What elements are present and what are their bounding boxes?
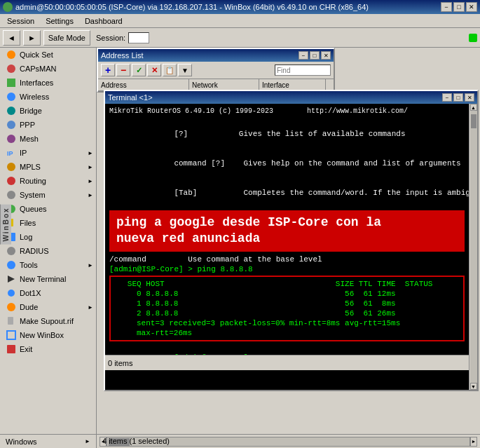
col-address: Address [98, 79, 189, 90]
capsman-icon [6, 63, 17, 74]
sidebar-item-interfaces[interactable]: Interfaces [0, 76, 96, 90]
ping-row-1: 1 8.8.8.8 56 61 8ms [114, 299, 460, 308]
sidebar-item-log[interactable]: Log [0, 230, 96, 244]
svg-point-8 [7, 163, 15, 171]
svg-point-17 [8, 290, 15, 297]
forward-button[interactable]: ► [23, 30, 41, 46]
new-terminal-icon [6, 273, 17, 285]
svg-point-18 [7, 303, 15, 311]
sidebar-item-quick-set[interactable]: Quick Set [0, 48, 96, 62]
terminal-intro: MikroTik RouterOS 6.49.10 (c) 1999-2023 … [109, 107, 465, 116]
back-button[interactable]: ◄ [3, 30, 20, 46]
svg-point-5 [7, 121, 15, 129]
ping-maxrtt: max-rtt=26ms [114, 328, 460, 338]
sidebar-item-queues[interactable]: Queues [0, 202, 96, 216]
menu-session[interactable]: Session [1, 15, 40, 27]
terminal-ping-cmd: [admin@ISP-Core] > ping 8.8.8.8 [109, 264, 465, 274]
mpls-arrow: ► [88, 164, 93, 170]
svg-rect-21 [7, 345, 15, 353]
sidebar-item-ppp[interactable]: PPP [0, 118, 96, 132]
addr-minimize-button[interactable]: − [299, 51, 308, 60]
svg-point-10 [7, 191, 15, 199]
ping-stats: sent=3 received=3 packet-loss=0% min-rtt… [114, 318, 460, 328]
svg-point-9 [7, 177, 15, 185]
new-winbox-icon [6, 330, 17, 341]
session-input[interactable] [128, 32, 149, 43]
interfaces-icon [6, 77, 17, 88]
term-minimize-button[interactable]: − [442, 93, 452, 102]
tools-icon [6, 259, 17, 271]
addr-close-button[interactable]: ✕ [321, 51, 331, 60]
quick-set-icon [6, 49, 17, 60]
scroll-up-button[interactable]: ▲ [470, 104, 477, 111]
tools-arrow: ► [88, 262, 93, 269]
maximize-button[interactable]: □ [453, 2, 465, 12]
toolbar: ◄ ► Safe Mode Session: [0, 28, 480, 48]
terminal-window[interactable]: Terminal <1> − □ ✕ MikroTik RouterOS 6.4… [104, 90, 479, 391]
copy-address-button[interactable]: 📋 [163, 64, 177, 76]
connection-status [469, 34, 477, 42]
minimize-button[interactable]: − [441, 2, 452, 12]
addr-maximize-button[interactable]: □ [310, 51, 320, 60]
sidebar-item-routing[interactable]: Routing ► [0, 174, 96, 188]
exit-icon [6, 344, 17, 355]
items-status-bar: 4 items (1 selected) [97, 434, 480, 448]
sidebar-item-exit[interactable]: Exit [0, 342, 96, 356]
sidebar: Quick Set CAPsMAN Interfaces Wireless [0, 48, 97, 448]
sidebar-item-dude[interactable]: Dude ► [0, 300, 96, 314]
sidebar-item-capsman[interactable]: CAPsMAN [0, 62, 96, 76]
title-bar: admin@50:00:00:05:00:05 (ISP-Core) via 1… [0, 0, 480, 14]
menu-dashboard[interactable]: Dashboard [79, 15, 128, 27]
filter-address-button[interactable]: ▼ [178, 64, 192, 76]
svg-point-15 [7, 261, 15, 269]
announcement-box: ping a google desde ISP-Core con la nuev… [109, 210, 465, 252]
windows-button[interactable]: Windows ► [0, 434, 97, 448]
dot1x-icon [6, 287, 17, 299]
sidebar-item-wireless[interactable]: Wireless [0, 90, 96, 104]
sidebar-item-radius[interactable]: RADIUS [0, 244, 96, 258]
sidebar-item-mpls[interactable]: MPLS ► [0, 160, 96, 174]
svg-point-6 [7, 135, 15, 143]
sidebar-item-files[interactable]: Files [0, 216, 96, 230]
menu-bar: Session Settings Dashboard [0, 14, 480, 28]
items-status-text: 4 items (1 selected) [102, 437, 170, 445]
sidebar-item-system[interactable]: System ► [0, 188, 96, 202]
svg-rect-2 [7, 79, 15, 87]
col-network: Network [189, 79, 259, 90]
ppp-icon [6, 119, 17, 130]
find-input[interactable] [275, 65, 331, 76]
sidebar-item-ip[interactable]: IP IP ► [0, 146, 96, 160]
remove-address-button[interactable]: − [116, 64, 130, 76]
sidebar-item-mesh[interactable]: Mesh [0, 132, 96, 146]
terminal-help2: command [?] Gives help on the command an… [109, 149, 465, 178]
terminal-title: Terminal <1> [108, 93, 153, 102]
sidebar-item-tools[interactable]: Tools ► [0, 258, 96, 272]
ip-icon: IP [6, 147, 17, 158]
sidebar-item-make-supout[interactable]: Make Supout.rif [0, 314, 96, 328]
svg-point-14 [7, 247, 15, 255]
terminal-scrollbar[interactable]: ▲ ▼ [469, 104, 477, 390]
terminal-help3a: [Tab] Completes the command/word. If the… [109, 178, 465, 208]
close-button[interactable]: ✕ [466, 2, 477, 12]
sidebar-item-new-terminal[interactable]: New Terminal [0, 272, 96, 286]
enable-address-button[interactable]: ✓ [132, 64, 146, 76]
sidebar-item-dot1x[interactable]: Dot1X [0, 286, 96, 300]
windows-arrow: ► [85, 438, 90, 444]
menu-settings[interactable]: Settings [40, 15, 79, 27]
term-close-button[interactable]: ✕ [465, 93, 474, 102]
svg-point-1 [7, 65, 15, 73]
term-maximize-button[interactable]: □ [453, 93, 463, 102]
sidebar-item-bridge[interactable]: Bridge [0, 104, 96, 118]
window-title: admin@50:00:00:05:00:05 (ISP-Core) via 1… [15, 3, 369, 11]
windows-label: Windows [6, 437, 37, 446]
radius-icon [6, 245, 17, 257]
safe-mode-button[interactable]: Safe Mode [43, 30, 90, 46]
make-supout-icon [6, 315, 17, 327]
app-icon [3, 2, 13, 12]
ping-header: SEQ HOST SIZE TTL TIME STATUS [114, 279, 460, 289]
add-address-button[interactable]: + [101, 64, 115, 76]
scroll-down-button[interactable]: ▼ [470, 383, 477, 390]
ping-row-0: 0 8.8.8.8 56 61 12ms [114, 289, 460, 299]
sidebar-item-new-winbox[interactable]: New WinBox [0, 328, 96, 342]
disable-address-button[interactable]: ✕ [147, 64, 161, 76]
